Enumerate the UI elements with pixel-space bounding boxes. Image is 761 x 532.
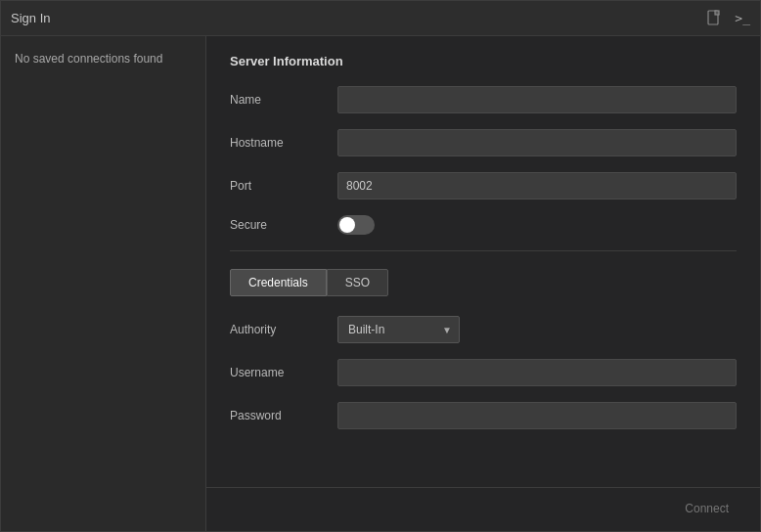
- authority-label: Authority: [230, 323, 337, 336]
- title-bar-left: Sign In: [11, 11, 50, 25]
- authority-select[interactable]: Built-In LDAP Active Directory: [337, 316, 460, 343]
- port-row: Port: [230, 172, 737, 200]
- sign-in-window: Sign In >_ No saved connections found Se…: [0, 0, 761, 532]
- terminal-icon[interactable]: >_: [735, 11, 750, 25]
- tab-sso[interactable]: SSO: [327, 269, 388, 296]
- port-input[interactable]: [337, 172, 737, 200]
- authority-select-wrapper: Built-In LDAP Active Directory ▼: [337, 316, 460, 343]
- window-title: Sign In: [11, 11, 50, 25]
- password-label: Password: [230, 409, 337, 422]
- authority-row: Authority Built-In LDAP Active Directory…: [230, 316, 737, 343]
- password-input[interactable]: [337, 402, 737, 429]
- title-bar: Sign In >_: [1, 1, 760, 36]
- secure-toggle[interactable]: [337, 215, 375, 235]
- svg-rect-1: [715, 11, 719, 15]
- section-title: Server Information: [230, 54, 737, 68]
- port-label: Port: [230, 179, 337, 193]
- footer: Connect: [206, 487, 760, 531]
- no-connections-text: No saved connections found: [9, 46, 198, 71]
- hostname-label: Hostname: [230, 136, 337, 150]
- tab-credentials[interactable]: Credentials: [230, 269, 327, 296]
- password-row: Password: [230, 402, 737, 429]
- secure-row: Secure: [230, 215, 737, 235]
- auth-tab-row: Credentials SSO: [230, 269, 737, 296]
- hostname-input[interactable]: [337, 129, 737, 156]
- secure-toggle-container: [337, 215, 375, 235]
- divider: [230, 250, 737, 251]
- sidebar: No saved connections found: [1, 36, 206, 531]
- name-input[interactable]: [337, 86, 737, 113]
- title-bar-icons: >_: [707, 10, 750, 27]
- toggle-slider: [337, 215, 375, 235]
- username-label: Username: [230, 366, 337, 379]
- content-area: No saved connections found Server Inform…: [1, 36, 760, 531]
- username-input[interactable]: [337, 359, 737, 386]
- hostname-row: Hostname: [230, 129, 737, 156]
- name-row: Name: [230, 86, 737, 113]
- connect-button[interactable]: Connect: [677, 498, 737, 519]
- name-label: Name: [230, 93, 337, 107]
- doc-icon[interactable]: [707, 10, 723, 27]
- username-row: Username: [230, 359, 737, 386]
- main-panel: Server Information Name Hostname Port: [206, 36, 760, 487]
- secure-label: Secure: [230, 218, 337, 232]
